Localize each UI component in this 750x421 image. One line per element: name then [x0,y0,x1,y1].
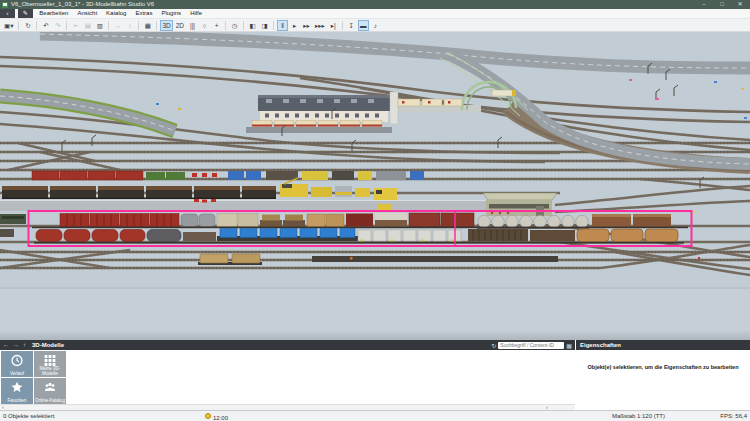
menu-bearbeiten[interactable]: Bearbeiten [39,9,68,18]
platform-canopy [390,92,398,124]
viewport-bottom-fade [0,330,750,340]
app-window: V6_Obermoeller_1_03_1* - 3D-Modellbahn S… [0,0,750,421]
menu-extras[interactable]: Extras [135,9,152,18]
3d-viewport[interactable] [0,32,750,340]
minimize-button[interactable]: – [695,0,713,9]
layers-button[interactable]: ||| [187,20,198,31]
catalog-panel: Verlauf Meine 3D-Modelle Favoriten [0,350,575,404]
menubar: ‹ ✎ Bearbeiten Ansicht Katalog Extras Pl… [0,9,750,19]
clock-button[interactable]: ◷ [229,20,240,31]
station-building[interactable] [258,92,398,124]
refresh-icon[interactable]: ↻ [491,342,496,349]
fps-indicator: FPS: 56,4 [720,413,747,419]
toolbar-separator [108,21,109,30]
properties-header: Eigenschaften [576,340,750,350]
close-button[interactable]: ✕ [731,0,749,9]
toggle-catalog-panel-button[interactable]: ◧ [247,20,258,31]
save-button[interactable]: ▣▾ [2,20,15,31]
flip-horizontal-button[interactable]: ↔ [112,20,123,31]
signal-box-building[interactable] [483,193,557,216]
coal-train[interactable] [2,186,276,199]
ruler-button[interactable]: ▬ [358,20,369,31]
catalog-back-icon[interactable]: ← [3,342,9,348]
simulation-time: 12:00 [205,413,213,419]
toolbar-separator [273,21,274,30]
tile-label: Meine 3D-Modelle [34,366,66,376]
selection-status: 0 Objekte selektiert [3,413,54,419]
sound-button[interactable]: ♪ [370,20,381,31]
menu-hilfe[interactable]: Hilfe [190,9,202,18]
back-button[interactable]: ‹ [0,9,15,18]
menu-plugins[interactable]: Plugins [161,9,181,18]
terrain-tool-button[interactable]: ▦ [142,20,153,31]
undo-button[interactable]: ↶ [40,20,51,31]
window-title: V6_Obermoeller_1_03_1* - 3D-Modellbahn S… [11,0,154,9]
import-button[interactable]: ↧ [346,20,357,31]
copy-button[interactable]: ▤ [82,20,93,31]
toolbar-separator [18,21,19,30]
toolbar-separator [138,21,139,30]
tile-label: Favoriten [1,398,33,403]
reset-view-button[interactable]: ↻ [22,20,33,31]
tile-meine-3d-modelle[interactable]: Meine 3D-Modelle [34,351,66,377]
redo-button[interactable]: ↷ [52,20,63,31]
toolbar-separator [243,21,244,30]
fastest-forward-button[interactable]: ▸▸▸ [313,20,327,31]
platform[interactable] [0,201,488,211]
catalog-header: ← → ↑ 3D-Modelle ↻ ▦ [0,340,575,350]
titlebar: V6_Obermoeller_1_03_1* - 3D-Modellbahn S… [0,0,750,9]
toolbar-separator [36,21,37,30]
menu-katalog[interactable]: Katalog [106,9,126,18]
clock-icon [205,413,211,419]
star-icon [11,381,24,394]
toolbar: ▣▾↻↶↷✂▤▥↔↕▦3D2D|||○+◷◧◨‖▸▸▸▸▸▸▸|↧▬♪ [0,19,750,32]
toggle-properties-panel-button[interactable]: ◨ [259,20,270,31]
toolbar-separator [342,21,343,30]
edit-pencil-button[interactable]: ✎ [18,9,33,18]
add-object-button[interactable]: + [211,20,222,31]
search-input[interactable] [498,342,564,349]
tile-favoriten[interactable]: Favoriten [1,378,33,404]
toolbar-separator [156,21,157,30]
catalog-title: 3D-Modelle [32,342,64,348]
view-3d-button[interactable]: 3D [160,20,172,31]
properties-empty-message: Objekt(e) selektieren, um die Eigenschaf… [582,364,744,370]
lighting-button[interactable]: ○ [199,20,210,31]
mixed-freight-train[interactable] [32,171,424,180]
status-bar: 0 Objekte selektiert 12:00 Maßstab 1:120… [0,410,750,421]
properties-panel: Objekt(e) selektieren, um die Eigenschaf… [576,350,750,410]
skip-to-end-button[interactable]: ▸| [328,20,339,31]
flip-vertical-button[interactable]: ↕ [124,20,135,31]
view-toggle-icon[interactable]: ▦ [566,342,572,349]
cut-button[interactable]: ✂ [70,20,81,31]
app-icon [2,2,8,8]
paste-button[interactable]: ▥ [94,20,105,31]
maximize-button[interactable]: □ [713,0,731,9]
history-clock-icon [11,354,24,367]
fast-forward-button[interactable]: ▸▸ [301,20,312,31]
menu-ansicht[interactable]: Ansicht [77,9,97,18]
catalog-up-icon[interactable]: ↑ [23,342,26,348]
people-icon [44,381,57,394]
tile-label: Online-Katalog [34,398,66,403]
play-button[interactable]: ▸ [289,20,300,31]
view-2d-button[interactable]: 2D [174,20,186,31]
pause-button[interactable]: ‖ [277,20,288,31]
catalog-forward-icon[interactable]: → [13,342,19,348]
tile-online-katalog[interactable]: Online-Katalog [34,378,66,404]
platform-vehicles [194,199,216,203]
toolbar-separator [66,21,67,30]
tile-verlauf[interactable]: Verlauf [1,351,33,377]
toolbar-separator [225,21,226,30]
tile-label: Verlauf [1,371,33,376]
scale-indicator: Maßstab 1:120 (TT) [612,413,665,419]
